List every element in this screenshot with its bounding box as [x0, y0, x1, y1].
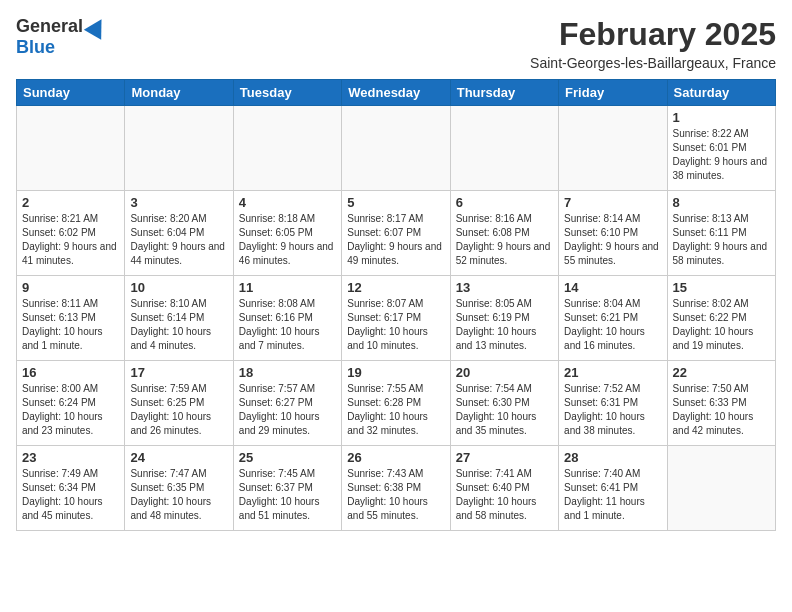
- day-info: Sunrise: 8:10 AM Sunset: 6:14 PM Dayligh…: [130, 297, 227, 353]
- calendar-cell: [559, 106, 667, 191]
- day-info: Sunrise: 8:14 AM Sunset: 6:10 PM Dayligh…: [564, 212, 661, 268]
- day-info: Sunrise: 8:18 AM Sunset: 6:05 PM Dayligh…: [239, 212, 336, 268]
- calendar-cell: [125, 106, 233, 191]
- calendar-header-monday: Monday: [125, 80, 233, 106]
- calendar-cell: 28Sunrise: 7:40 AM Sunset: 6:41 PM Dayli…: [559, 446, 667, 531]
- day-info: Sunrise: 8:02 AM Sunset: 6:22 PM Dayligh…: [673, 297, 770, 353]
- calendar-cell: [450, 106, 558, 191]
- day-info: Sunrise: 7:55 AM Sunset: 6:28 PM Dayligh…: [347, 382, 444, 438]
- day-number: 11: [239, 280, 336, 295]
- calendar-header-sunday: Sunday: [17, 80, 125, 106]
- day-number: 12: [347, 280, 444, 295]
- calendar-header-row: SundayMondayTuesdayWednesdayThursdayFrid…: [17, 80, 776, 106]
- week-row-1: 1Sunrise: 8:22 AM Sunset: 6:01 PM Daylig…: [17, 106, 776, 191]
- calendar-cell: 25Sunrise: 7:45 AM Sunset: 6:37 PM Dayli…: [233, 446, 341, 531]
- day-info: Sunrise: 8:22 AM Sunset: 6:01 PM Dayligh…: [673, 127, 770, 183]
- day-info: Sunrise: 7:41 AM Sunset: 6:40 PM Dayligh…: [456, 467, 553, 523]
- calendar-header-wednesday: Wednesday: [342, 80, 450, 106]
- day-number: 24: [130, 450, 227, 465]
- calendar-cell: 4Sunrise: 8:18 AM Sunset: 6:05 PM Daylig…: [233, 191, 341, 276]
- day-info: Sunrise: 7:47 AM Sunset: 6:35 PM Dayligh…: [130, 467, 227, 523]
- day-number: 5: [347, 195, 444, 210]
- day-number: 6: [456, 195, 553, 210]
- calendar-cell: [233, 106, 341, 191]
- day-number: 10: [130, 280, 227, 295]
- day-number: 21: [564, 365, 661, 380]
- day-number: 16: [22, 365, 119, 380]
- calendar-cell: [342, 106, 450, 191]
- calendar-header-tuesday: Tuesday: [233, 80, 341, 106]
- day-number: 25: [239, 450, 336, 465]
- day-info: Sunrise: 7:45 AM Sunset: 6:37 PM Dayligh…: [239, 467, 336, 523]
- calendar-cell: 11Sunrise: 8:08 AM Sunset: 6:16 PM Dayli…: [233, 276, 341, 361]
- week-row-3: 9Sunrise: 8:11 AM Sunset: 6:13 PM Daylig…: [17, 276, 776, 361]
- day-number: 9: [22, 280, 119, 295]
- day-info: Sunrise: 7:57 AM Sunset: 6:27 PM Dayligh…: [239, 382, 336, 438]
- calendar-header-saturday: Saturday: [667, 80, 775, 106]
- calendar-cell: 19Sunrise: 7:55 AM Sunset: 6:28 PM Dayli…: [342, 361, 450, 446]
- day-info: Sunrise: 8:00 AM Sunset: 6:24 PM Dayligh…: [22, 382, 119, 438]
- calendar-table: SundayMondayTuesdayWednesdayThursdayFrid…: [16, 79, 776, 531]
- day-number: 4: [239, 195, 336, 210]
- day-number: 23: [22, 450, 119, 465]
- title-area: February 2025 Saint-Georges-les-Baillarg…: [530, 16, 776, 71]
- calendar-header-thursday: Thursday: [450, 80, 558, 106]
- day-info: Sunrise: 7:59 AM Sunset: 6:25 PM Dayligh…: [130, 382, 227, 438]
- day-number: 26: [347, 450, 444, 465]
- calendar-cell: 14Sunrise: 8:04 AM Sunset: 6:21 PM Dayli…: [559, 276, 667, 361]
- day-number: 15: [673, 280, 770, 295]
- day-info: Sunrise: 8:13 AM Sunset: 6:11 PM Dayligh…: [673, 212, 770, 268]
- day-number: 7: [564, 195, 661, 210]
- day-info: Sunrise: 7:40 AM Sunset: 6:41 PM Dayligh…: [564, 467, 661, 523]
- calendar-cell: 18Sunrise: 7:57 AM Sunset: 6:27 PM Dayli…: [233, 361, 341, 446]
- week-row-5: 23Sunrise: 7:49 AM Sunset: 6:34 PM Dayli…: [17, 446, 776, 531]
- calendar-cell: 9Sunrise: 8:11 AM Sunset: 6:13 PM Daylig…: [17, 276, 125, 361]
- month-title: February 2025: [530, 16, 776, 53]
- calendar-cell: 12Sunrise: 8:07 AM Sunset: 6:17 PM Dayli…: [342, 276, 450, 361]
- calendar-cell: 17Sunrise: 7:59 AM Sunset: 6:25 PM Dayli…: [125, 361, 233, 446]
- logo: General Blue: [16, 16, 107, 58]
- day-number: 28: [564, 450, 661, 465]
- day-info: Sunrise: 8:20 AM Sunset: 6:04 PM Dayligh…: [130, 212, 227, 268]
- day-number: 22: [673, 365, 770, 380]
- day-number: 19: [347, 365, 444, 380]
- calendar-cell: 15Sunrise: 8:02 AM Sunset: 6:22 PM Dayli…: [667, 276, 775, 361]
- calendar-cell: 22Sunrise: 7:50 AM Sunset: 6:33 PM Dayli…: [667, 361, 775, 446]
- logo-blue-text: Blue: [16, 37, 55, 58]
- day-info: Sunrise: 8:04 AM Sunset: 6:21 PM Dayligh…: [564, 297, 661, 353]
- day-number: 3: [130, 195, 227, 210]
- location-title: Saint-Georges-les-Baillargeaux, France: [530, 55, 776, 71]
- week-row-4: 16Sunrise: 8:00 AM Sunset: 6:24 PM Dayli…: [17, 361, 776, 446]
- day-info: Sunrise: 7:50 AM Sunset: 6:33 PM Dayligh…: [673, 382, 770, 438]
- day-number: 17: [130, 365, 227, 380]
- calendar-cell: 2Sunrise: 8:21 AM Sunset: 6:02 PM Daylig…: [17, 191, 125, 276]
- day-info: Sunrise: 8:08 AM Sunset: 6:16 PM Dayligh…: [239, 297, 336, 353]
- day-number: 14: [564, 280, 661, 295]
- calendar-cell: 23Sunrise: 7:49 AM Sunset: 6:34 PM Dayli…: [17, 446, 125, 531]
- calendar-header-friday: Friday: [559, 80, 667, 106]
- day-info: Sunrise: 8:17 AM Sunset: 6:07 PM Dayligh…: [347, 212, 444, 268]
- calendar-cell: 21Sunrise: 7:52 AM Sunset: 6:31 PM Dayli…: [559, 361, 667, 446]
- calendar-cell: 13Sunrise: 8:05 AM Sunset: 6:19 PM Dayli…: [450, 276, 558, 361]
- logo-triangle-icon: [84, 14, 110, 40]
- calendar-cell: 8Sunrise: 8:13 AM Sunset: 6:11 PM Daylig…: [667, 191, 775, 276]
- page-header: General Blue February 2025 Saint-Georges…: [16, 16, 776, 71]
- calendar-cell: 16Sunrise: 8:00 AM Sunset: 6:24 PM Dayli…: [17, 361, 125, 446]
- calendar-cell: 26Sunrise: 7:43 AM Sunset: 6:38 PM Dayli…: [342, 446, 450, 531]
- calendar-cell: 5Sunrise: 8:17 AM Sunset: 6:07 PM Daylig…: [342, 191, 450, 276]
- day-number: 20: [456, 365, 553, 380]
- day-info: Sunrise: 7:52 AM Sunset: 6:31 PM Dayligh…: [564, 382, 661, 438]
- day-info: Sunrise: 8:11 AM Sunset: 6:13 PM Dayligh…: [22, 297, 119, 353]
- day-number: 2: [22, 195, 119, 210]
- day-number: 27: [456, 450, 553, 465]
- calendar-cell: 7Sunrise: 8:14 AM Sunset: 6:10 PM Daylig…: [559, 191, 667, 276]
- day-info: Sunrise: 7:49 AM Sunset: 6:34 PM Dayligh…: [22, 467, 119, 523]
- calendar-cell: 20Sunrise: 7:54 AM Sunset: 6:30 PM Dayli…: [450, 361, 558, 446]
- calendar-cell: 1Sunrise: 8:22 AM Sunset: 6:01 PM Daylig…: [667, 106, 775, 191]
- day-number: 18: [239, 365, 336, 380]
- calendar-cell: 10Sunrise: 8:10 AM Sunset: 6:14 PM Dayli…: [125, 276, 233, 361]
- day-info: Sunrise: 8:05 AM Sunset: 6:19 PM Dayligh…: [456, 297, 553, 353]
- calendar-cell: 3Sunrise: 8:20 AM Sunset: 6:04 PM Daylig…: [125, 191, 233, 276]
- logo-general-text: General: [16, 16, 83, 37]
- day-number: 1: [673, 110, 770, 125]
